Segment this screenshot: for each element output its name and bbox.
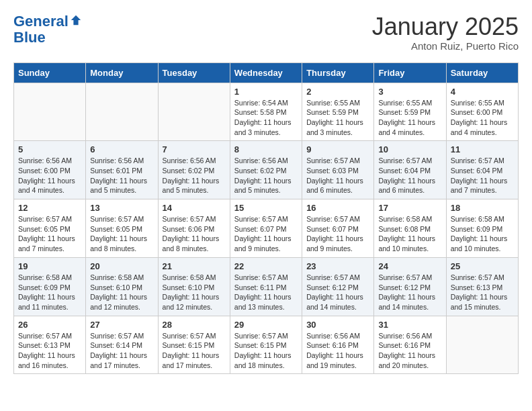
calendar-day-cell: 22Sunrise: 6:57 AM Sunset: 6:11 PM Dayli… [230, 257, 302, 316]
calendar-day-cell: 13Sunrise: 6:57 AM Sunset: 6:05 PM Dayli… [86, 199, 158, 258]
day-info: Sunrise: 6:57 AM Sunset: 6:13 PM Dayligh… [18, 331, 81, 371]
day-number: 23 [306, 261, 369, 271]
calendar-day-cell: 28Sunrise: 6:57 AM Sunset: 6:15 PM Dayli… [158, 316, 230, 374]
calendar-day-cell: 10Sunrise: 6:57 AM Sunset: 6:04 PM Dayli… [374, 141, 446, 199]
day-number: 16 [306, 203, 369, 213]
day-number: 21 [163, 261, 226, 271]
day-info: Sunrise: 6:57 AM Sunset: 6:12 PM Dayligh… [378, 273, 441, 312]
day-info: Sunrise: 6:56 AM Sunset: 6:02 PM Dayligh… [163, 156, 226, 195]
calendar-day-cell: 3Sunrise: 6:55 AM Sunset: 5:59 PM Daylig… [374, 83, 446, 141]
day-number: 10 [378, 144, 441, 154]
day-info: Sunrise: 6:55 AM Sunset: 6:00 PM Dayligh… [451, 98, 514, 138]
day-info: Sunrise: 6:58 AM Sunset: 6:10 PM Dayligh… [90, 273, 153, 312]
weekday-header: Friday [374, 62, 446, 83]
calendar-day-cell: 23Sunrise: 6:57 AM Sunset: 6:12 PM Dayli… [302, 257, 374, 316]
day-info: Sunrise: 6:57 AM Sunset: 6:15 PM Dayligh… [163, 331, 226, 371]
calendar-day-cell [14, 83, 86, 141]
weekday-header: Sunday [14, 62, 86, 83]
calendar-week-row: 26Sunrise: 6:57 AM Sunset: 6:13 PM Dayli… [14, 316, 519, 374]
calendar-day-cell [158, 83, 230, 141]
day-number: 9 [306, 144, 369, 154]
day-info: Sunrise: 6:56 AM Sunset: 6:02 PM Dayligh… [234, 156, 298, 195]
calendar-week-row: 1Sunrise: 6:54 AM Sunset: 5:58 PM Daylig… [14, 83, 519, 141]
day-info: Sunrise: 6:56 AM Sunset: 6:16 PM Dayligh… [306, 331, 369, 371]
day-number: 25 [451, 261, 514, 271]
calendar-day-cell: 14Sunrise: 6:57 AM Sunset: 6:06 PM Dayli… [158, 199, 230, 258]
calendar-week-row: 5Sunrise: 6:56 AM Sunset: 6:00 PM Daylig… [14, 141, 519, 199]
day-info: Sunrise: 6:57 AM Sunset: 6:05 PM Dayligh… [18, 214, 81, 254]
calendar-day-cell: 24Sunrise: 6:57 AM Sunset: 6:12 PM Dayli… [374, 257, 446, 316]
day-info: Sunrise: 6:57 AM Sunset: 6:13 PM Dayligh… [451, 273, 514, 312]
day-info: Sunrise: 6:57 AM Sunset: 6:04 PM Dayligh… [378, 156, 441, 195]
day-info: Sunrise: 6:56 AM Sunset: 6:01 PM Dayligh… [90, 156, 153, 195]
calendar-day-cell: 6Sunrise: 6:56 AM Sunset: 6:01 PM Daylig… [86, 141, 158, 199]
calendar-day-cell [86, 83, 158, 141]
title-block: January 2025 Anton Ruiz, Puerto Rico [372, 13, 519, 52]
calendar-day-cell: 27Sunrise: 6:57 AM Sunset: 6:14 PM Dayli… [86, 316, 158, 374]
calendar-day-cell: 15Sunrise: 6:57 AM Sunset: 6:07 PM Dayli… [230, 199, 302, 258]
calendar-day-cell: 19Sunrise: 6:58 AM Sunset: 6:09 PM Dayli… [14, 257, 86, 316]
calendar-header-row: SundayMondayTuesdayWednesdayThursdayFrid… [14, 62, 519, 83]
calendar-day-cell: 26Sunrise: 6:57 AM Sunset: 6:13 PM Dayli… [14, 316, 86, 374]
calendar-day-cell: 29Sunrise: 6:57 AM Sunset: 6:15 PM Dayli… [230, 316, 302, 374]
calendar-day-cell: 8Sunrise: 6:56 AM Sunset: 6:02 PM Daylig… [230, 141, 302, 199]
logo-icon [70, 14, 82, 26]
day-info: Sunrise: 6:56 AM Sunset: 6:16 PM Dayligh… [378, 331, 441, 371]
day-number: 11 [451, 144, 514, 154]
day-number: 22 [234, 261, 298, 271]
weekday-header: Wednesday [230, 62, 302, 83]
day-info: Sunrise: 6:57 AM Sunset: 6:12 PM Dayligh… [306, 273, 369, 312]
weekday-header: Monday [86, 62, 158, 83]
day-info: Sunrise: 6:58 AM Sunset: 6:09 PM Dayligh… [18, 273, 81, 312]
location-subtitle: Anton Ruiz, Puerto Rico [372, 40, 519, 52]
day-info: Sunrise: 6:58 AM Sunset: 6:09 PM Dayligh… [451, 214, 514, 254]
day-number: 3 [378, 87, 441, 97]
day-number: 4 [451, 87, 514, 97]
day-number: 14 [163, 203, 226, 213]
weekday-header: Thursday [302, 62, 374, 83]
day-info: Sunrise: 6:57 AM Sunset: 6:06 PM Dayligh… [163, 214, 226, 254]
day-number: 1 [234, 87, 298, 97]
logo-text: General [13, 13, 69, 30]
day-info: Sunrise: 6:57 AM Sunset: 6:03 PM Dayligh… [306, 156, 369, 195]
day-info: Sunrise: 6:57 AM Sunset: 6:05 PM Dayligh… [90, 214, 153, 254]
day-number: 18 [451, 203, 514, 213]
day-number: 24 [378, 261, 441, 271]
day-number: 30 [306, 320, 369, 330]
calendar-week-row: 12Sunrise: 6:57 AM Sunset: 6:05 PM Dayli… [14, 199, 519, 258]
day-number: 17 [378, 203, 441, 213]
day-number: 15 [234, 203, 298, 213]
logo-blue: Blue [13, 30, 82, 46]
day-number: 12 [18, 203, 81, 213]
weekday-header: Tuesday [158, 62, 230, 83]
day-info: Sunrise: 6:57 AM Sunset: 6:04 PM Dayligh… [451, 156, 514, 195]
page-header: General Blue January 2025 Anton Ruiz, Pu… [13, 13, 519, 52]
calendar-day-cell: 12Sunrise: 6:57 AM Sunset: 6:05 PM Dayli… [14, 199, 86, 258]
calendar-day-cell: 31Sunrise: 6:56 AM Sunset: 6:16 PM Dayli… [374, 316, 446, 374]
day-number: 7 [163, 144, 226, 154]
calendar-day-cell: 20Sunrise: 6:58 AM Sunset: 6:10 PM Dayli… [86, 257, 158, 316]
day-number: 27 [90, 320, 153, 330]
calendar-day-cell: 18Sunrise: 6:58 AM Sunset: 6:09 PM Dayli… [446, 199, 518, 258]
day-number: 28 [163, 320, 226, 330]
day-number: 31 [378, 320, 441, 330]
calendar-day-cell: 1Sunrise: 6:54 AM Sunset: 5:58 PM Daylig… [230, 83, 302, 141]
day-number: 20 [90, 261, 153, 271]
day-number: 29 [234, 320, 298, 330]
day-info: Sunrise: 6:57 AM Sunset: 6:14 PM Dayligh… [90, 331, 153, 371]
day-info: Sunrise: 6:55 AM Sunset: 5:59 PM Dayligh… [378, 98, 441, 138]
calendar-day-cell: 11Sunrise: 6:57 AM Sunset: 6:04 PM Dayli… [446, 141, 518, 199]
day-info: Sunrise: 6:57 AM Sunset: 6:07 PM Dayligh… [306, 214, 369, 254]
calendar-day-cell: 9Sunrise: 6:57 AM Sunset: 6:03 PM Daylig… [302, 141, 374, 199]
day-number: 26 [18, 320, 81, 330]
day-number: 8 [234, 144, 298, 154]
calendar-day-cell: 16Sunrise: 6:57 AM Sunset: 6:07 PM Dayli… [302, 199, 374, 258]
day-info: Sunrise: 6:54 AM Sunset: 5:58 PM Dayligh… [234, 98, 298, 138]
month-title: January 2025 [372, 13, 519, 40]
logo: General Blue [13, 13, 82, 46]
weekday-header: Saturday [446, 62, 518, 83]
calendar-day-cell: 17Sunrise: 6:58 AM Sunset: 6:08 PM Dayli… [374, 199, 446, 258]
day-info: Sunrise: 6:57 AM Sunset: 6:07 PM Dayligh… [234, 214, 298, 254]
calendar-day-cell [446, 316, 518, 374]
day-number: 2 [306, 87, 369, 97]
